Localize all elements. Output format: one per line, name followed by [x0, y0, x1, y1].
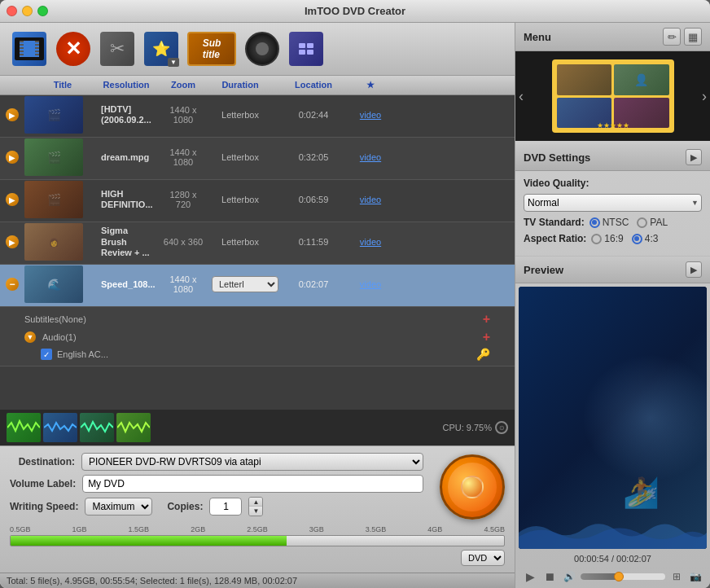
- video-quality-select[interactable]: Normal High Medium Low: [524, 194, 702, 212]
- add-subtitle-button[interactable]: +: [483, 312, 490, 327]
- audio-track-checkbox[interactable]: ✓: [41, 349, 52, 360]
- col-header-resolution: Resolution: [98, 78, 155, 92]
- ratio-16-9-dot[interactable]: [591, 234, 602, 244]
- menu-thumb-item[interactable]: [557, 64, 612, 95]
- disk-type-select[interactable]: DVD: [461, 550, 505, 566]
- copies-stepper[interactable]: ▲ ▼: [248, 497, 263, 516]
- row-expand-icon[interactable]: ▶: [0, 193, 24, 206]
- expand-arrow[interactable]: ▶: [6, 193, 19, 206]
- writing-speed-row: Writing Speed: Maximum Normal Copies: ▲ …: [10, 497, 423, 516]
- row-location[interactable]: video: [358, 110, 383, 120]
- pal-radio-dot[interactable]: [637, 217, 647, 228]
- preview-stop-button[interactable]: ⏹: [541, 568, 558, 585]
- menu-grid-button[interactable]: ▦: [684, 28, 702, 46]
- destination-row: Destination: PIONEER DVD-RW DVRTS09 via …: [10, 453, 423, 471]
- maximize-button[interactable]: [37, 6, 48, 16]
- aspect-ratio-radios: 16:9 4:3: [591, 233, 658, 244]
- destination-select[interactable]: PIONEER DVD-RW DVRTS09 via atapi: [81, 453, 423, 471]
- row-expand-icon[interactable]: ▶: [0, 235, 24, 248]
- menu-prev-button[interactable]: ‹: [519, 88, 524, 105]
- expand-arrow[interactable]: ▶: [6, 151, 19, 164]
- ratio-16-9-radio[interactable]: 16:9: [591, 233, 623, 244]
- row-resolution: 1440 x1080: [155, 105, 212, 125]
- expand-arrow[interactable]: ▶: [6, 108, 19, 121]
- ntsc-radio-dot[interactable]: [589, 217, 600, 228]
- writing-speed-select[interactable]: Maximum Normal: [85, 498, 152, 516]
- table-row[interactable]: ▶ 👩 Sigma BrushReview + ... 640 x 360 Le…: [0, 222, 515, 265]
- preview-fullscreen-button[interactable]: 📷: [687, 568, 703, 585]
- ratio-4-3-dot[interactable]: [632, 234, 642, 244]
- ntsc-radio[interactable]: NTSC: [589, 217, 629, 228]
- preview-video-content: 🏄: [519, 287, 707, 549]
- row-location[interactable]: video: [358, 279, 383, 289]
- ratio-4-3-radio[interactable]: 4:3: [632, 233, 659, 244]
- audio-track-label: English AC...: [57, 349, 108, 359]
- audio-button[interactable]: [243, 29, 282, 68]
- volume-row: Volume Label:: [10, 475, 423, 493]
- add-video-button[interactable]: [10, 29, 49, 68]
- audio-expand-arrow[interactable]: ▼: [24, 331, 36, 343]
- menu-next-button[interactable]: ›: [702, 88, 707, 105]
- preview-volume-button[interactable]: 🔊: [561, 568, 577, 585]
- clip-button[interactable]: ✂: [98, 29, 137, 68]
- preview-controls: ▶ ⏹ 🔊 ⊞ 📷: [515, 565, 710, 588]
- preview-progress-bar[interactable]: [581, 573, 665, 580]
- table-row[interactable]: ▶ 🎬 [HDTV](2006.09.2... 1440 x1080 Lette…: [0, 95, 515, 138]
- waveform-segment-3[interactable]: [80, 413, 114, 442]
- toolbar: ✕ ✂ ⭐ ▼ MenuSubtitle: [0, 23, 515, 76]
- copies-down-button[interactable]: ▼: [249, 507, 262, 516]
- preview-progress-thumb[interactable]: [614, 572, 624, 581]
- preview-expand[interactable]: ▶: [686, 261, 702, 278]
- audio-section: ▼ Audio(1) +: [24, 328, 490, 346]
- volume-input[interactable]: [82, 475, 423, 493]
- dvd-settings-expand[interactable]: ▶: [686, 149, 702, 165]
- preview-snapshot-button[interactable]: ⊞: [668, 568, 685, 585]
- audio-key-icon[interactable]: 🔑: [476, 348, 490, 361]
- row-expand-icon[interactable]: ▶: [0, 151, 24, 164]
- minimize-button[interactable]: [22, 6, 33, 16]
- menu-thumb-item[interactable]: 👤: [614, 64, 669, 95]
- table-row[interactable]: ▶ 🎬 dream.mpg 1440 x1080 Letterbox 0:32:…: [0, 138, 515, 180]
- row-location[interactable]: video: [358, 195, 383, 204]
- dvd-settings-panel: Video Quality: Normal High Medium Low TV…: [515, 171, 710, 257]
- collapse-minus[interactable]: −: [6, 278, 19, 291]
- row-title: Speed_108...: [101, 279, 151, 290]
- volume-label: Volume Label:: [10, 478, 76, 489]
- copies-up-button[interactable]: ▲: [249, 498, 262, 507]
- aspect-ratio-label: Aspect Ratio:: [524, 233, 586, 244]
- file-list-body[interactable]: ▶ 🎬 [HDTV](2006.09.2... 1440 x1080 Lette…: [0, 95, 515, 410]
- preview-play-button[interactable]: ▶: [522, 568, 538, 585]
- disk-usage-bar: [10, 535, 505, 546]
- waveform-segment-4[interactable]: [116, 413, 151, 442]
- subtitle-button[interactable]: MenuSubtitle: [186, 29, 238, 68]
- burn-button[interactable]: [440, 454, 505, 520]
- table-row[interactable]: ▶ 🎬 HIGHDEFINITIO... 1280 x720 Letterbox…: [0, 180, 515, 222]
- title-bar: ImTOO DVD Creator: [0, 0, 710, 23]
- copies-input[interactable]: [209, 498, 242, 516]
- main-content: ✕ ✂ ⭐ ▼ MenuSubtitle: [0, 23, 710, 588]
- preview-extra-controls: ⊞ 📷: [668, 568, 703, 585]
- effect-dropdown-arrow[interactable]: ▼: [168, 58, 179, 67]
- expand-arrow[interactable]: ▶: [6, 235, 19, 248]
- pal-radio[interactable]: PAL: [637, 217, 668, 228]
- row-resolution: 1440 x1080: [155, 274, 212, 294]
- row-thumbnail: 🎬: [24, 96, 83, 134]
- table-row[interactable]: − 🌊 Speed_108... 1440 x1080 Letterl: [0, 265, 515, 307]
- row-zoom-select-cell[interactable]: Letterl Letterbox Pan&Scan: [212, 276, 269, 292]
- menu-section-header: Menu ✏ ▦: [515, 23, 710, 51]
- row-location[interactable]: video: [358, 237, 383, 247]
- waveform-segment-1[interactable]: [7, 413, 41, 442]
- add-audio-button[interactable]: +: [483, 330, 490, 344]
- row-expand-icon[interactable]: ▶: [0, 108, 24, 121]
- menu-button[interactable]: [287, 29, 326, 68]
- close-button[interactable]: [7, 6, 17, 16]
- menu-edit-button[interactable]: ✏: [663, 28, 681, 46]
- row-expand-icon[interactable]: −: [0, 278, 24, 291]
- preview-current-time: 00:00:54: [574, 554, 609, 564]
- delete-button[interactable]: ✕: [54, 29, 93, 68]
- row-location[interactable]: video: [358, 152, 383, 162]
- waveform-segment-2[interactable]: [43, 413, 77, 442]
- effect-button[interactable]: ⭐ ▼: [142, 29, 181, 68]
- tv-standard-radios: NTSC PAL: [589, 217, 668, 228]
- video-quality-label: Video Quality:: [524, 178, 589, 189]
